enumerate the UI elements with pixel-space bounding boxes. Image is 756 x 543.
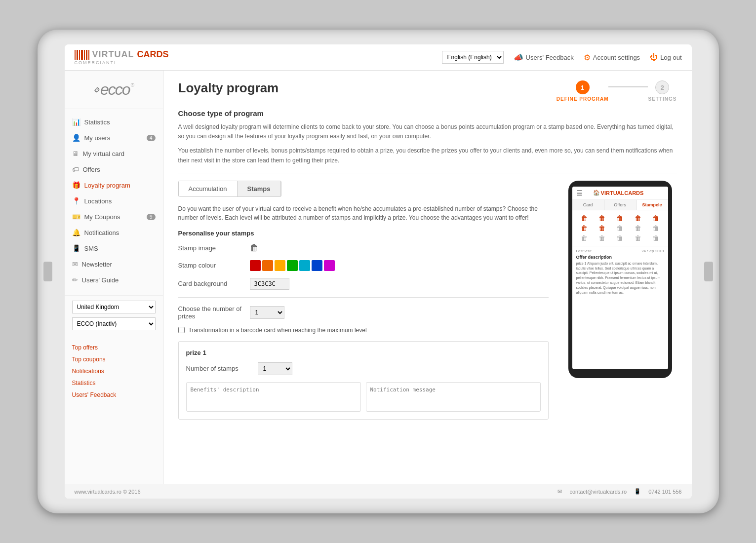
- statistics-icon: 📊: [72, 118, 80, 126]
- newsletter-icon: ✉: [72, 260, 78, 268]
- stamp-image-icon: 🗑: [250, 243, 259, 253]
- my-users-badge: 4: [147, 135, 156, 141]
- prize-title: prize 1: [186, 349, 541, 356]
- feedback-link[interactable]: 📣 Users' Feedback: [514, 53, 574, 62]
- country-select[interactable]: United Kingdom Romania: [72, 301, 156, 313]
- sidebar-item-locations-label: Locations: [84, 197, 112, 205]
- transformation-checkbox[interactable]: [178, 327, 185, 333]
- sidebar-item-statistics[interactable]: 📊 Statistics: [65, 114, 163, 130]
- transformation-checkbox-row: Transformation in a barcode card when re…: [178, 327, 549, 334]
- sidebar-item-users-guide[interactable]: ✏ Users' Guide: [65, 272, 163, 288]
- guide-icon: ✏: [72, 276, 78, 284]
- account-settings-link[interactable]: ⚙ Account settings: [584, 53, 640, 62]
- color-swatch-red[interactable]: [250, 260, 261, 271]
- prize-stamps-label: Number of stamps: [186, 365, 250, 372]
- sidebar-item-locations[interactable]: 📍 Locations: [65, 193, 163, 209]
- sidebar-item-my-users[interactable]: 👤 My users 4: [65, 130, 163, 146]
- wizard-step-2: 2 SETTINGS: [648, 80, 676, 102]
- sidebar-item-offers[interactable]: 🏷 Offers: [65, 161, 163, 177]
- color-swatch-pink[interactable]: [324, 260, 335, 271]
- sidebar-item-sms[interactable]: 📱 SMS: [65, 240, 163, 256]
- phone-stamp-13: 🗑: [612, 234, 628, 242]
- color-swatch-orange[interactable]: [262, 260, 273, 271]
- color-swatch-teal[interactable]: [299, 260, 310, 271]
- phone-logo-text: VIRTUALCARDS: [601, 190, 644, 196]
- sidebar-item-loyalty-label: Loyalty program: [84, 182, 130, 189]
- footer-right: ✉ contact@virtualcards.ro 📱 0742 101 556: [557, 488, 681, 495]
- color-swatch-yellow[interactable]: [275, 260, 285, 271]
- phone-header: ☰ 🏠 VIRTUALCARDS: [572, 187, 668, 200]
- sidebar-quick-links: Top offers Top coupons Notifications Sta…: [65, 339, 163, 403]
- phone-stamps-grid: 🗑 🗑 🗑 🗑 🗑 🗑 🗑 🗑 🗑 🗑: [572, 210, 668, 246]
- prize-textareas: [186, 382, 541, 412]
- phone-info: Last visit 24 Sep 2013 Offer description…: [572, 246, 668, 298]
- tablet-right-button: [704, 262, 713, 281]
- color-swatch-blue[interactable]: [312, 260, 322, 271]
- phone-tab-stamps[interactable]: Stampele: [637, 200, 668, 210]
- logout-label: Log out: [660, 54, 681, 61]
- sidebar-item-notifications[interactable]: 🔔 Notifications: [65, 225, 163, 240]
- sidebar-item-notifications-label: Notifications: [84, 229, 119, 236]
- step1-circle: 1: [576, 80, 590, 94]
- logout-link[interactable]: ⏻ Log out: [650, 53, 681, 62]
- stamp-colour-label: Stamp colour: [178, 262, 242, 269]
- phone-home-icon: 🏠: [593, 190, 600, 196]
- phone-offer-text: prize 1 Aliquam justo elit, suscipit ac …: [576, 261, 664, 295]
- stamp-colour-row: Stamp colour: [178, 260, 549, 271]
- tab-stamps[interactable]: Stamps: [238, 181, 281, 196]
- top-bar: VIRTUALCARDS COMERCIANTI English (Englis…: [65, 44, 692, 71]
- sidebar-item-my-coupons[interactable]: 🎫 My Coupons 9: [65, 209, 163, 225]
- phone-stamp-9: 🗑: [630, 224, 646, 232]
- page-header: Loyalty program 1 DEFINE PROGRAM 2 SETTI…: [178, 80, 677, 102]
- personalise-title: Personalise your stamps: [178, 230, 549, 237]
- phone-frame: ☰ 🏠 VIRTUALCARDS Card Offers: [568, 181, 672, 378]
- brand-name: ecco: [100, 80, 130, 99]
- megaphone-icon: 📣: [514, 53, 523, 62]
- ecco-logo: ⚙ ecco ®: [93, 80, 134, 99]
- quick-link-top-offers[interactable]: Top offers: [72, 342, 156, 353]
- sidebar: ⚙ ecco ® 📊 Statistics 👤 My users: [65, 71, 163, 484]
- description1: A well designed loyalty program will det…: [178, 122, 677, 141]
- footer: www.virtualcards.ro © 2016 ✉ contact@vir…: [65, 484, 692, 499]
- color-swatch-green[interactable]: [287, 260, 298, 271]
- tablet-left-button: [43, 262, 52, 281]
- tab-accumulation[interactable]: Accumulation: [179, 181, 238, 196]
- phone-stamp-1: 🗑: [576, 214, 592, 222]
- step2-circle: 2: [655, 80, 669, 94]
- sidebar-item-virtual-card[interactable]: 🖥 My virtual card: [65, 146, 163, 161]
- quick-link-notifications[interactable]: Notifications: [72, 365, 156, 377]
- footer-phone-icon: 📱: [634, 488, 641, 495]
- sidebar-item-newsletter[interactable]: ✉ Newsletter: [65, 256, 163, 272]
- coupons-badge: 9: [147, 214, 156, 220]
- notification-textarea[interactable]: [366, 382, 541, 412]
- phone-tab-card[interactable]: Card: [572, 200, 604, 210]
- sidebar-item-loyalty-program[interactable]: 🎁 Loyalty program: [65, 177, 163, 193]
- coupons-icon: 🎫: [72, 213, 80, 221]
- prize-stamps-select[interactable]: 1 2: [258, 362, 292, 375]
- step2-label: SETTINGS: [648, 96, 676, 102]
- benefits-textarea[interactable]: [186, 382, 361, 412]
- prizes-select[interactable]: 1 2 3: [250, 306, 284, 319]
- sidebar-item-virtual-card-label: My virtual card: [83, 150, 125, 157]
- logo-virtual: VIRTUAL: [92, 49, 134, 60]
- sms-icon: 📱: [72, 244, 80, 252]
- phone-stamp-5: 🗑: [648, 214, 664, 222]
- content-with-phone: Accumulation Stamps Do you want the user…: [178, 181, 677, 420]
- logo-cards: CARDS: [137, 49, 169, 60]
- card-background-input[interactable]: [250, 278, 289, 290]
- phone-tab-offers[interactable]: Offers: [604, 200, 637, 210]
- location-icon: 📍: [72, 197, 80, 205]
- logo-sub: COMERCIANTI: [75, 60, 117, 65]
- last-visit-label: Last visit: [576, 249, 592, 253]
- footer-phone: 0742 101 556: [648, 489, 681, 495]
- ecco-registered: ®: [131, 82, 134, 88]
- quick-link-users-feedback[interactable]: Users' Feedback: [72, 389, 156, 401]
- quick-link-top-coupons[interactable]: Top coupons: [72, 353, 156, 365]
- quick-link-statistics[interactable]: Statistics: [72, 377, 156, 389]
- language-select[interactable]: English (English): [442, 51, 504, 64]
- ecco-gear-icon: ⚙: [93, 86, 99, 94]
- barcode-icon: [75, 50, 89, 60]
- store-select[interactable]: ECCO (Inactiv) ECCO (Activ): [72, 317, 156, 330]
- logout-icon: ⏻: [650, 53, 658, 62]
- sidebar-item-sms-label: SMS: [84, 245, 98, 252]
